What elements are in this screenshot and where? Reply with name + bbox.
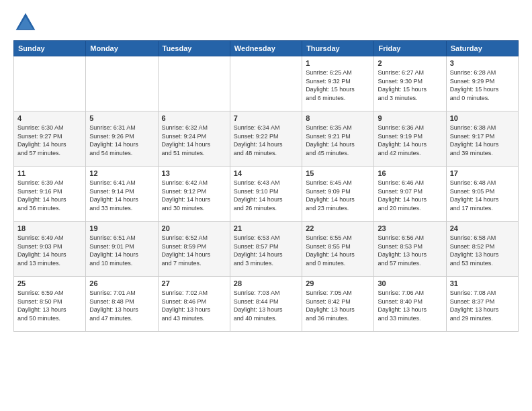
logo xyxy=(13,11,42,35)
day-info: Sunrise: 7:02 AM Sunset: 8:46 PM Dayligh… xyxy=(162,289,226,322)
day-number: 10 xyxy=(450,114,515,122)
day-number: 30 xyxy=(378,279,442,287)
calendar-cell: 10Sunrise: 6:38 AM Sunset: 9:17 PM Dayli… xyxy=(446,111,518,167)
day-info: Sunrise: 6:41 AM Sunset: 9:14 PM Dayligh… xyxy=(89,179,154,212)
calendar-header-wednesday: Wednesday xyxy=(230,41,302,56)
day-number: 4 xyxy=(17,114,82,122)
day-info: Sunrise: 7:05 AM Sunset: 8:42 PM Dayligh… xyxy=(306,289,370,322)
day-number: 2 xyxy=(378,59,442,67)
calendar-cell: 26Sunrise: 7:01 AM Sunset: 8:48 PM Dayli… xyxy=(86,277,158,332)
calendar-cell: 20Sunrise: 6:52 AM Sunset: 8:59 PM Dayli… xyxy=(158,222,230,277)
day-info: Sunrise: 7:01 AM Sunset: 8:48 PM Dayligh… xyxy=(89,289,154,322)
day-info: Sunrise: 6:39 AM Sunset: 9:16 PM Dayligh… xyxy=(17,179,82,212)
calendar-cell: 2Sunrise: 6:27 AM Sunset: 9:30 PM Daylig… xyxy=(374,56,446,111)
day-info: Sunrise: 6:43 AM Sunset: 9:10 PM Dayligh… xyxy=(234,179,298,212)
calendar-cell: 31Sunrise: 7:08 AM Sunset: 8:37 PM Dayli… xyxy=(446,277,518,332)
day-number: 12 xyxy=(89,169,154,177)
day-number: 28 xyxy=(234,279,298,287)
day-number: 18 xyxy=(17,224,82,232)
calendar-cell: 17Sunrise: 6:48 AM Sunset: 9:05 PM Dayli… xyxy=(446,167,518,222)
calendar-header-monday: Monday xyxy=(86,41,158,56)
calendar-cell: 28Sunrise: 7:03 AM Sunset: 8:44 PM Dayli… xyxy=(230,277,302,332)
calendar-cell: 15Sunrise: 6:45 AM Sunset: 9:09 PM Dayli… xyxy=(302,167,374,222)
day-info: Sunrise: 6:59 AM Sunset: 8:50 PM Dayligh… xyxy=(17,289,82,322)
day-number: 11 xyxy=(17,169,82,177)
calendar-header-thursday: Thursday xyxy=(302,41,374,56)
day-number: 3 xyxy=(450,59,515,67)
day-number: 24 xyxy=(450,224,515,232)
calendar-cell: 30Sunrise: 7:06 AM Sunset: 8:40 PM Dayli… xyxy=(374,277,446,332)
day-info: Sunrise: 6:55 AM Sunset: 8:55 PM Dayligh… xyxy=(306,234,370,267)
day-number: 27 xyxy=(162,279,226,287)
day-info: Sunrise: 6:52 AM Sunset: 8:59 PM Dayligh… xyxy=(162,234,226,267)
day-number: 22 xyxy=(306,224,370,232)
day-info: Sunrise: 6:36 AM Sunset: 9:19 PM Dayligh… xyxy=(378,124,442,157)
calendar-cell: 25Sunrise: 6:59 AM Sunset: 8:50 PM Dayli… xyxy=(14,277,86,332)
calendar-cell: 21Sunrise: 6:53 AM Sunset: 8:57 PM Dayli… xyxy=(230,222,302,277)
day-number: 25 xyxy=(17,279,82,287)
day-info: Sunrise: 6:28 AM Sunset: 9:29 PM Dayligh… xyxy=(450,68,515,102)
day-number: 1 xyxy=(306,59,370,67)
calendar-cell: 27Sunrise: 7:02 AM Sunset: 8:46 PM Dayli… xyxy=(158,277,230,332)
calendar-header-tuesday: Tuesday xyxy=(158,41,230,56)
calendar: SundayMondayTuesdayWednesdayThursdayFrid… xyxy=(13,40,519,332)
day-info: Sunrise: 7:08 AM Sunset: 8:37 PM Dayligh… xyxy=(450,289,515,322)
day-number: 23 xyxy=(378,224,442,232)
calendar-cell xyxy=(86,56,158,111)
calendar-header-friday: Friday xyxy=(374,41,446,56)
day-number: 21 xyxy=(234,224,298,232)
day-info: Sunrise: 6:38 AM Sunset: 9:17 PM Dayligh… xyxy=(450,124,515,157)
calendar-cell: 19Sunrise: 6:51 AM Sunset: 9:01 PM Dayli… xyxy=(86,222,158,277)
day-info: Sunrise: 6:56 AM Sunset: 8:53 PM Dayligh… xyxy=(378,234,442,267)
calendar-week-4: 18Sunrise: 6:49 AM Sunset: 9:03 PM Dayli… xyxy=(14,222,519,277)
calendar-cell: 14Sunrise: 6:43 AM Sunset: 9:10 PM Dayli… xyxy=(230,167,302,222)
day-info: Sunrise: 6:42 AM Sunset: 9:12 PM Dayligh… xyxy=(162,179,226,212)
calendar-cell: 6Sunrise: 6:32 AM Sunset: 9:24 PM Daylig… xyxy=(158,111,230,167)
day-number: 6 xyxy=(162,114,226,122)
day-info: Sunrise: 6:30 AM Sunset: 9:27 PM Dayligh… xyxy=(17,124,82,157)
day-info: Sunrise: 6:31 AM Sunset: 9:26 PM Dayligh… xyxy=(89,124,154,157)
calendar-header-saturday: Saturday xyxy=(446,41,518,56)
calendar-cell: 12Sunrise: 6:41 AM Sunset: 9:14 PM Dayli… xyxy=(86,167,158,222)
calendar-cell: 3Sunrise: 6:28 AM Sunset: 9:29 PM Daylig… xyxy=(446,56,518,111)
calendar-cell: 18Sunrise: 6:49 AM Sunset: 9:03 PM Dayli… xyxy=(14,222,86,277)
day-info: Sunrise: 6:51 AM Sunset: 9:01 PM Dayligh… xyxy=(89,234,154,267)
day-info: Sunrise: 6:27 AM Sunset: 9:30 PM Dayligh… xyxy=(378,68,442,102)
day-info: Sunrise: 6:34 AM Sunset: 9:22 PM Dayligh… xyxy=(234,124,298,157)
day-number: 26 xyxy=(89,279,154,287)
calendar-week-2: 4Sunrise: 6:30 AM Sunset: 9:27 PM Daylig… xyxy=(14,111,519,167)
day-number: 9 xyxy=(378,114,442,122)
calendar-cell: 9Sunrise: 6:36 AM Sunset: 9:19 PM Daylig… xyxy=(374,111,446,167)
calendar-cell xyxy=(158,56,230,111)
calendar-cell: 1Sunrise: 6:25 AM Sunset: 9:32 PM Daylig… xyxy=(302,56,374,111)
calendar-cell: 22Sunrise: 6:55 AM Sunset: 8:55 PM Dayli… xyxy=(302,222,374,277)
page: SundayMondayTuesdayWednesdayThursdayFrid… xyxy=(0,0,532,411)
calendar-cell xyxy=(14,56,86,111)
day-number: 17 xyxy=(450,169,515,177)
calendar-cell: 5Sunrise: 6:31 AM Sunset: 9:26 PM Daylig… xyxy=(86,111,158,167)
day-number: 31 xyxy=(450,279,515,287)
calendar-cell: 29Sunrise: 7:05 AM Sunset: 8:42 PM Dayli… xyxy=(302,277,374,332)
calendar-cell: 4Sunrise: 6:30 AM Sunset: 9:27 PM Daylig… xyxy=(14,111,86,167)
calendar-week-1: 1Sunrise: 6:25 AM Sunset: 9:32 PM Daylig… xyxy=(14,56,519,111)
calendar-header-sunday: Sunday xyxy=(14,41,86,56)
logo-icon xyxy=(13,11,38,35)
day-number: 13 xyxy=(162,169,226,177)
day-info: Sunrise: 6:35 AM Sunset: 9:21 PM Dayligh… xyxy=(306,124,370,157)
day-info: Sunrise: 6:25 AM Sunset: 9:32 PM Dayligh… xyxy=(306,68,370,102)
calendar-cell: 13Sunrise: 6:42 AM Sunset: 9:12 PM Dayli… xyxy=(158,167,230,222)
day-number: 16 xyxy=(378,169,442,177)
calendar-cell: 8Sunrise: 6:35 AM Sunset: 9:21 PM Daylig… xyxy=(302,111,374,167)
day-info: Sunrise: 6:49 AM Sunset: 9:03 PM Dayligh… xyxy=(17,234,82,267)
calendar-header-row: SundayMondayTuesdayWednesdayThursdayFrid… xyxy=(14,41,519,56)
day-info: Sunrise: 7:03 AM Sunset: 8:44 PM Dayligh… xyxy=(234,289,298,322)
day-number: 29 xyxy=(306,279,370,287)
day-info: Sunrise: 6:45 AM Sunset: 9:09 PM Dayligh… xyxy=(306,179,370,212)
calendar-cell: 16Sunrise: 6:46 AM Sunset: 9:07 PM Dayli… xyxy=(374,167,446,222)
day-info: Sunrise: 6:46 AM Sunset: 9:07 PM Dayligh… xyxy=(378,179,442,212)
day-number: 14 xyxy=(234,169,298,177)
calendar-cell: 11Sunrise: 6:39 AM Sunset: 9:16 PM Dayli… xyxy=(14,167,86,222)
day-number: 8 xyxy=(306,114,370,122)
day-info: Sunrise: 7:06 AM Sunset: 8:40 PM Dayligh… xyxy=(378,289,442,322)
header xyxy=(13,11,519,35)
